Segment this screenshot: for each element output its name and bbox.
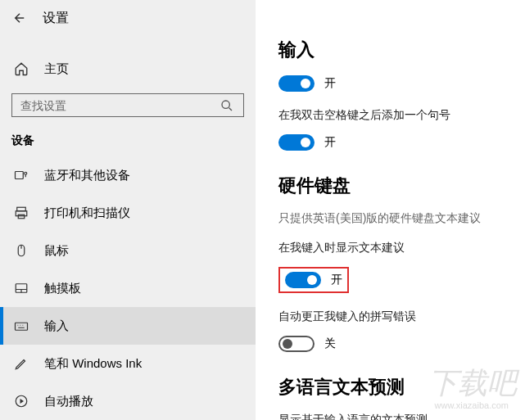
toggle-row-3-highlighted: 开 bbox=[278, 267, 349, 293]
sidebar-item-mouse[interactable]: 鼠标 bbox=[0, 232, 256, 269]
toggle-2-label: 开 bbox=[324, 135, 336, 150]
back-button[interactable] bbox=[10, 8, 29, 28]
toggle-4-label: 关 bbox=[324, 336, 336, 351]
category-label: 设备 bbox=[0, 129, 256, 156]
svg-rect-8 bbox=[16, 323, 28, 330]
home-icon bbox=[13, 61, 29, 77]
toggle-row-4: 关 bbox=[278, 336, 525, 352]
setting-label-suggest: 在我键入时显示文本建议 bbox=[278, 241, 525, 255]
section-title-multilang: 多语言文本预测 bbox=[278, 375, 525, 400]
search-box[interactable] bbox=[11, 93, 244, 117]
mouse-icon bbox=[13, 242, 29, 259]
sidebar-item-label: 输入 bbox=[44, 318, 69, 334]
toggle-row-1: 开 bbox=[278, 75, 525, 92]
sidebar-item-label: 自动播放 bbox=[44, 394, 93, 409]
setting-label-autocorrect: 自动更正我键入的拼写错误 bbox=[278, 309, 525, 324]
toggle-3[interactable] bbox=[285, 272, 321, 288]
search-input[interactable] bbox=[20, 99, 219, 112]
settings-title: 设置 bbox=[43, 10, 69, 27]
sidebar-header: 设置 bbox=[0, 0, 256, 36]
sidebar-item-printers[interactable]: 打印机和扫描仪 bbox=[0, 194, 256, 232]
svg-rect-3 bbox=[17, 207, 26, 211]
section-title-typing: 输入 bbox=[278, 38, 525, 62]
setting-label-multilang: 显示基于输入语言的文本预测 bbox=[278, 413, 525, 420]
svg-rect-1 bbox=[16, 172, 24, 179]
svg-point-0 bbox=[222, 101, 229, 108]
bluetooth-icon bbox=[13, 167, 29, 183]
toggle-1-label: 开 bbox=[324, 76, 336, 91]
setting-label-period: 在我双击空格键之后添加一个句号 bbox=[278, 108, 525, 123]
sidebar-item-pen[interactable]: 笔和 Windows Ink bbox=[0, 345, 256, 382]
home-nav[interactable]: 主页 bbox=[0, 51, 256, 87]
home-label: 主页 bbox=[44, 61, 69, 77]
hardware-subtext: 只提供英语(美国)版的硬件键盘文本建议 bbox=[278, 211, 525, 226]
svg-rect-4 bbox=[16, 211, 27, 216]
autoplay-icon bbox=[13, 393, 29, 409]
main-content: 输入 开 在我双击空格键之后添加一个句号 开 硬件键盘 只提供英语(美国)版的硬… bbox=[256, 0, 525, 420]
sidebar-item-label: 触摸板 bbox=[44, 281, 81, 296]
pen-icon bbox=[13, 355, 29, 372]
sidebar-item-label: 蓝牙和其他设备 bbox=[44, 168, 130, 183]
svg-rect-5 bbox=[18, 215, 25, 219]
sidebar-item-label: 打印机和扫描仪 bbox=[44, 205, 130, 221]
sidebar-item-autoplay[interactable]: 自动播放 bbox=[0, 382, 256, 420]
toggle-row-2: 开 bbox=[278, 134, 525, 151]
sidebar-item-typing[interactable]: 输入 bbox=[0, 307, 256, 345]
sidebar-item-label: 笔和 Windows Ink bbox=[44, 356, 142, 372]
svg-point-2 bbox=[25, 172, 27, 174]
sidebar-item-label: 鼠标 bbox=[44, 243, 69, 259]
keyboard-icon bbox=[13, 318, 29, 334]
sidebar: 设置 主页 设备 蓝牙和其他设备 打印机和扫描仪 鼠标 触摸板 bbox=[0, 0, 256, 420]
sidebar-item-bluetooth[interactable]: 蓝牙和其他设备 bbox=[0, 156, 256, 194]
toggle-4[interactable] bbox=[278, 336, 315, 352]
toggle-3-label: 开 bbox=[331, 273, 342, 287]
toggle-2[interactable] bbox=[278, 134, 315, 151]
nav-list: 蓝牙和其他设备 打印机和扫描仪 鼠标 触摸板 输入 笔和 Windows Ink… bbox=[0, 156, 256, 420]
printer-icon bbox=[13, 205, 29, 221]
sidebar-item-touchpad[interactable]: 触摸板 bbox=[0, 269, 256, 307]
touchpad-icon bbox=[13, 280, 29, 296]
back-arrow-icon bbox=[12, 11, 27, 25]
toggle-1[interactable] bbox=[278, 75, 315, 92]
search-icon bbox=[219, 97, 235, 114]
section-title-hardware: 硬件键盘 bbox=[278, 174, 525, 198]
